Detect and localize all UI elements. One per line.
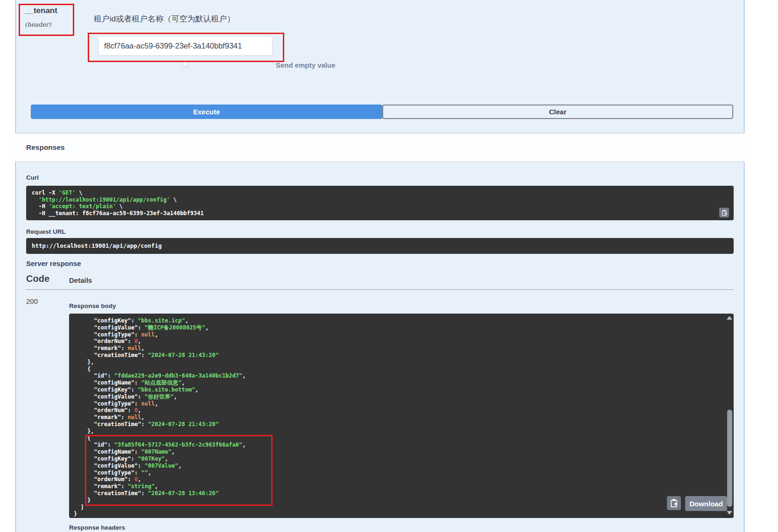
code-line: "configType": null,	[74, 331, 734, 338]
request-url-label: Request URL	[26, 228, 66, 235]
code-line: -H 'accept: text/plain' \	[32, 203, 728, 210]
clear-button[interactable]: Clear	[382, 105, 733, 119]
code-line: "configValue": "你好世界",	[74, 393, 734, 400]
code-line: "configType": null,	[74, 400, 734, 407]
table-header-divider	[26, 289, 734, 290]
status-code: 200	[26, 297, 38, 305]
execute-button[interactable]: Execute	[31, 105, 382, 119]
response-headers-label: Response headers	[69, 524, 125, 531]
code-line: },	[74, 359, 734, 366]
responses-section-header: Responses	[15, 133, 744, 162]
server-response-label: Server response	[26, 259, 81, 267]
code-line: "orderNum": 0,	[74, 407, 734, 414]
annotation-box-parameter-value	[88, 33, 284, 62]
code-line: "remark": null,	[74, 414, 734, 421]
copy-icon	[721, 210, 728, 216]
scroll-down-icon[interactable]	[727, 511, 732, 515]
response-copy-button[interactable]	[667, 496, 681, 510]
responses-title: Responses	[26, 143, 65, 152]
send-empty-value-label: Send empty value	[276, 61, 336, 69]
parameter-description: 租户id或者租户名称（可空为默认租户）	[94, 14, 235, 24]
code-line: "id": "fddae229-a2e9-ddb3-648a-3a140bc1b…	[74, 372, 734, 379]
annotation-box-parameter-name	[19, 4, 74, 36]
code-line: 'http://localhost:19001/api/app/config' …	[32, 196, 728, 203]
code-line: "configName": "站点底部信息",	[74, 379, 734, 386]
code-line: "configKey": "bbs.site.icp",	[74, 317, 734, 324]
code-line: -H __tenant: f8cf76aa-ac59-6399-23ef-3a1…	[32, 210, 728, 217]
swagger-operation-page: __tenant (header) 租户id或者租户名称（可空为默认租户） Se…	[0, 0, 778, 532]
curl-label: Curl	[26, 174, 39, 181]
curl-command-block: curl -X 'GET' \ 'http://localhost:19001/…	[26, 186, 734, 220]
code-line: "configKey": "bbs.site.bottom",	[74, 386, 734, 393]
request-url-block: http://localhost:19001/api/app/config	[26, 238, 734, 254]
code-line: "creationTime": "2024-07-28 21:43:20"	[74, 352, 734, 359]
scroll-up-icon[interactable]	[727, 316, 732, 320]
code-line: "creationTime": "2024-07-28 21:43:20"	[74, 421, 734, 428]
code-line: }	[74, 511, 734, 518]
code-line: },	[74, 428, 734, 435]
curl-copy-button[interactable]	[719, 208, 729, 217]
code-line: curl -X 'GET' \	[32, 189, 728, 196]
code-line: "configValue": "赣ICP备20008025号",	[74, 324, 734, 331]
annotation-box-response-item	[85, 435, 273, 506]
code-line: "remark": null,	[74, 345, 734, 352]
code-line: {	[74, 366, 734, 373]
details-column-header: Details	[69, 276, 92, 284]
copy-icon	[669, 498, 679, 508]
code-line: "orderNum": 0,	[74, 338, 734, 345]
code-column-header: Code	[26, 273, 49, 284]
response-body-label: Response body	[69, 302, 116, 309]
download-button[interactable]: Download	[685, 496, 727, 511]
response-body-scrollbar-thumb[interactable]	[727, 410, 732, 507]
